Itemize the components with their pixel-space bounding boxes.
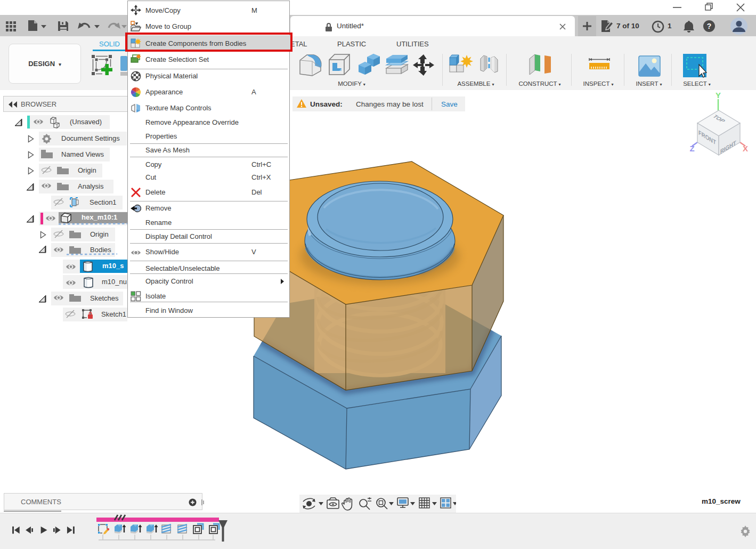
svg-text:X: X — [743, 144, 748, 153]
svg-text:?: ? — [707, 22, 712, 30]
svg-text:Z: Z — [689, 144, 694, 153]
svg-text:Y: Y — [716, 91, 721, 100]
